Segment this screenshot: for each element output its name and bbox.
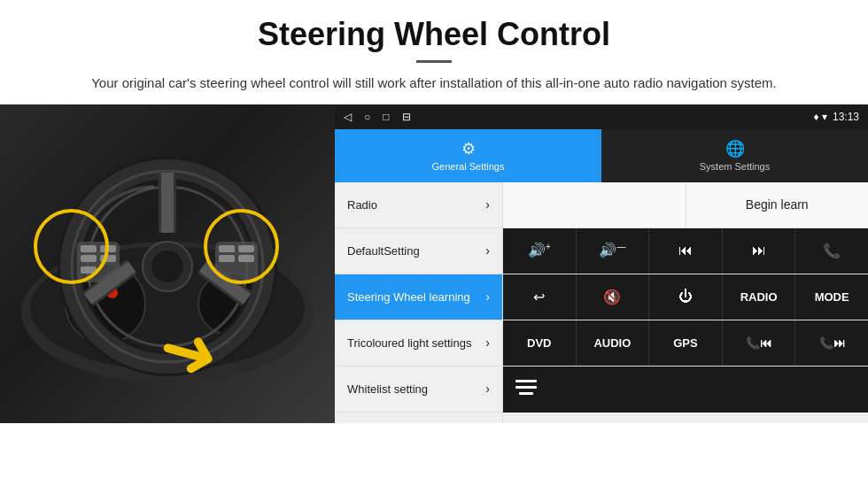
audio-label: AUDIO [593, 336, 631, 350]
radio-label: RADIO [740, 290, 778, 304]
mode-label: MODE [815, 290, 849, 304]
status-bar-left: ◁ ○ □ ⊟ [344, 111, 411, 123]
svg-rect-30 [519, 392, 533, 395]
tab-general-label: General Settings [432, 161, 505, 172]
system-settings-icon: 🌐 [725, 139, 745, 158]
menu-tricoloured-arrow: › [485, 336, 490, 350]
screenshot-icon[interactable]: ⊟ [402, 111, 411, 123]
phone-icon: 📞 [823, 243, 841, 259]
menu-icon-button[interactable] [503, 366, 549, 413]
phone-next-icon: 📞⏭ [819, 336, 845, 350]
panel-row-2: 🔊+ 🔊— ⏮ ⏭ 📞 [503, 228, 868, 274]
menu-list-icon [515, 379, 537, 400]
main-content: Radio › DefaultSetting › Steering Wheel … [335, 182, 868, 423]
panel-row-5 [503, 366, 868, 413]
back-call-button[interactable]: ↩ [503, 274, 577, 320]
phone-prev-button[interactable]: 📞⏮ [723, 320, 796, 366]
empty-input-box [503, 182, 686, 228]
svg-rect-28 [515, 380, 537, 382]
volume-down-icon: 🔊— [599, 242, 625, 258]
mute-icon: 🔇 [603, 289, 621, 305]
audio-button[interactable]: AUDIO [577, 320, 650, 366]
next-track-button[interactable]: ⏭ [723, 228, 796, 274]
menu-radio-label: Radio [347, 198, 377, 212]
page-header: Steering Wheel Control Your original car… [0, 0, 868, 104]
power-button[interactable]: ⏻ [649, 274, 723, 320]
menu-item-radio[interactable]: Radio › [335, 182, 502, 228]
dvd-label: DVD [527, 336, 551, 350]
menu-item-default-setting[interactable]: DefaultSetting › [335, 228, 502, 274]
tab-bar: ⚙ General Settings 🌐 System Settings [335, 129, 868, 182]
home-icon[interactable]: ○ [364, 111, 370, 123]
begin-learn-button[interactable]: Begin learn [686, 182, 869, 228]
menu-whitelist-arrow: › [485, 382, 490, 396]
dvd-button[interactable]: DVD [503, 320, 577, 366]
menu-steering-arrow: › [485, 289, 490, 304]
page-subtitle: Your original car's steering wheel contr… [53, 73, 815, 94]
menu-item-tricoloured[interactable]: Tricoloured light settings › [335, 320, 502, 366]
panel-row-4: DVD AUDIO GPS 📞⏮ 📞⏭ [503, 320, 868, 366]
signal-icon: ♦ ▾ [814, 111, 827, 123]
prev-track-icon: ⏮ [678, 243, 693, 258]
menu-radio-arrow: › [485, 197, 490, 212]
car-image-area: ➜ [0, 104, 335, 423]
status-bar: ◁ ○ □ ⊟ ♦ ▾ 13:13 [335, 104, 868, 129]
mute-button[interactable]: 🔇 [577, 274, 650, 320]
menu-whitelist-label: Whitelist setting [347, 382, 428, 396]
tab-system-settings[interactable]: 🌐 System Settings [601, 129, 868, 182]
power-icon: ⏻ [678, 289, 693, 305]
page-title: Steering Wheel Control [53, 16, 815, 53]
gps-label: GPS [673, 336, 697, 350]
gps-button[interactable]: GPS [649, 320, 723, 366]
car-image: ➜ [0, 104, 335, 423]
volume-down-button[interactable]: 🔊— [577, 228, 650, 274]
volume-up-icon: 🔊+ [528, 242, 551, 258]
menu-steering-label: Steering Wheel learning [347, 290, 470, 304]
phone-next-button[interactable]: 📞⏭ [795, 320, 868, 366]
title-divider [416, 60, 452, 63]
panel-row-3: ↩ 🔇 ⏻ RADIO MODE [503, 274, 868, 320]
right-panel: Begin learn 🔊+ 🔊— ⏮ ⏭ [503, 182, 868, 423]
android-ui: ◁ ○ □ ⊟ ♦ ▾ 13:13 ⚙ General Settings 🌐 S… [335, 104, 868, 423]
svg-point-16 [151, 251, 183, 282]
volume-up-button[interactable]: 🔊+ [503, 228, 577, 274]
menu-item-steering-wheel[interactable]: Steering Wheel learning › [335, 274, 502, 320]
recent-icon[interactable]: □ [383, 111, 389, 123]
panel-row-1: Begin learn [503, 182, 868, 228]
menu-default-arrow: › [485, 243, 490, 258]
menu-item-whitelist[interactable]: Whitelist setting › [335, 366, 502, 413]
circle-left-overlay [34, 209, 109, 284]
general-settings-icon: ⚙ [461, 139, 476, 158]
svg-rect-29 [515, 386, 537, 389]
radio-button[interactable]: RADIO [723, 274, 796, 320]
menu-tricoloured-label: Tricoloured light settings [347, 336, 471, 350]
left-menu: Radio › DefaultSetting › Steering Wheel … [335, 182, 503, 423]
status-bar-right: ♦ ▾ 13:13 [814, 111, 860, 123]
back-icon[interactable]: ◁ [344, 111, 352, 123]
next-track-icon: ⏭ [752, 243, 766, 258]
phone-prev-icon: 📞⏮ [746, 336, 771, 350]
phone-button[interactable]: 📞 [795, 228, 868, 274]
tab-system-label: System Settings [700, 161, 770, 172]
circle-right-overlay [204, 209, 279, 284]
menu-default-label: DefaultSetting [347, 244, 420, 258]
content-row: ➜ ◁ ○ □ ⊟ ♦ ▾ 13:13 ⚙ General Settings [0, 104, 868, 423]
mode-button[interactable]: MODE [795, 274, 868, 320]
prev-track-button[interactable]: ⏮ [649, 228, 723, 274]
tab-general-settings[interactable]: ⚙ General Settings [335, 129, 601, 182]
time-display: 13:13 [833, 111, 859, 123]
back-call-icon: ↩ [533, 289, 545, 305]
